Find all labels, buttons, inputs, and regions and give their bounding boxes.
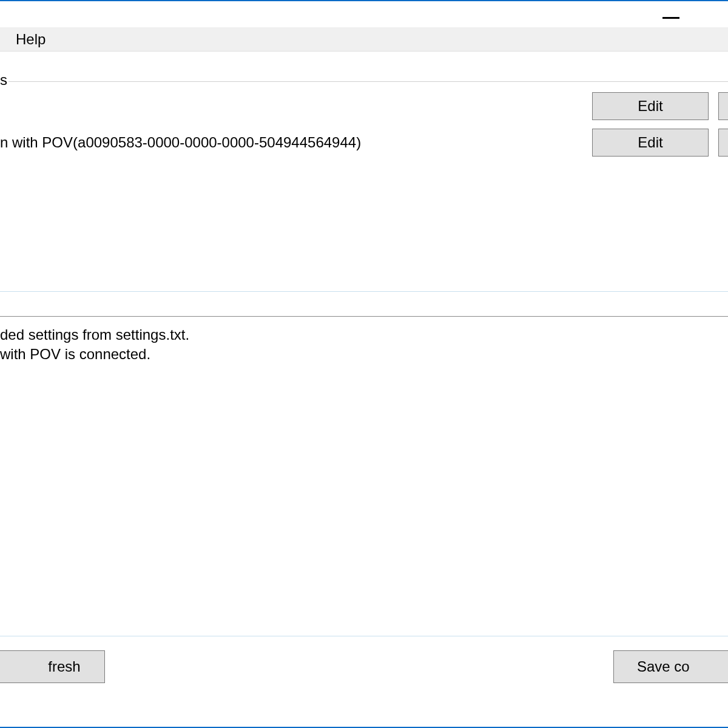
button-partial[interactable] <box>718 92 728 120</box>
device-row: Edit <box>0 88 728 124</box>
menu-help[interactable]: Help <box>11 29 50 50</box>
footer: fresh Save co <box>0 650 728 683</box>
log-line: ded settings from settings.txt. <box>0 325 728 345</box>
device-list: Edit n with POV(a0090583-0000-0000-0000-… <box>0 88 728 161</box>
save-button[interactable]: Save co <box>613 650 728 683</box>
divider <box>8 81 728 82</box>
divider <box>0 316 728 317</box>
minimize-button[interactable] <box>662 17 679 19</box>
log-line: with POV is connected. <box>0 345 728 364</box>
edit-button[interactable]: Edit <box>592 129 709 157</box>
device-row: n with POV(a0090583-0000-0000-0000-50494… <box>0 124 728 161</box>
log-area: ded settings from settings.txt. with POV… <box>0 322 728 368</box>
section-label: s <box>0 72 7 89</box>
button-partial[interactable] <box>718 129 728 157</box>
menubar: Help <box>0 27 728 52</box>
edit-button[interactable]: Edit <box>592 92 709 120</box>
divider <box>0 291 728 292</box>
device-label: n with POV(a0090583-0000-0000-0000-50494… <box>0 134 361 151</box>
refresh-button[interactable]: fresh <box>0 650 105 683</box>
titlebar <box>0 0 728 27</box>
divider <box>0 636 728 636</box>
